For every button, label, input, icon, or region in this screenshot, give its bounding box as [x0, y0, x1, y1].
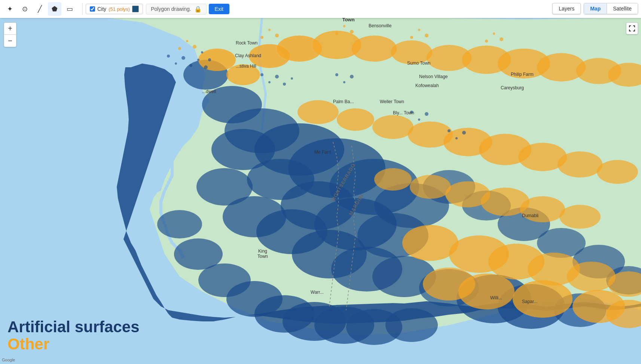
- svg-point-100: [186, 40, 188, 42]
- svg-point-44: [391, 40, 432, 64]
- svg-point-80: [189, 64, 192, 67]
- svg-point-79: [181, 56, 185, 60]
- svg-point-64: [520, 196, 565, 222]
- svg-point-43: [352, 36, 397, 62]
- svg-point-73: [458, 274, 515, 309]
- svg-point-111: [485, 40, 488, 43]
- svg-point-88: [283, 83, 286, 86]
- svg-point-74: [513, 280, 573, 318]
- svg-point-91: [343, 81, 345, 83]
- map-type-map-button[interactable]: Map: [584, 3, 607, 14]
- lock-icon: 🔒: [194, 6, 202, 13]
- svg-point-85: [260, 73, 263, 76]
- svg-point-81: [197, 59, 199, 61]
- svg-point-84: [201, 51, 203, 53]
- svg-point-97: [455, 137, 458, 139]
- zoom-controls: + −: [4, 22, 16, 47]
- zoom-out-button[interactable]: −: [4, 35, 16, 47]
- svg-point-101: [193, 45, 196, 49]
- svg-point-87: [275, 75, 279, 78]
- svg-point-29: [157, 210, 202, 238]
- exit-button[interactable]: Exit: [209, 4, 229, 14]
- drawing-mode-label: Polygon drawing.: [151, 6, 191, 12]
- svg-point-112: [493, 33, 495, 35]
- rectangle-tool-btn[interactable]: ▭: [63, 2, 76, 16]
- svg-point-78: [175, 62, 177, 65]
- layers-button[interactable]: Layers: [552, 3, 581, 14]
- fullscreen-icon: [629, 25, 635, 32]
- svg-point-98: [462, 131, 466, 135]
- svg-point-39: [226, 64, 260, 85]
- toolbar: ✦ ⊙ ╱ ⬟ ▭ City (51 polys) Polygon drawin…: [0, 0, 641, 18]
- svg-point-94: [418, 118, 420, 121]
- svg-point-108: [410, 36, 413, 39]
- layer-name: City: [97, 6, 106, 12]
- svg-point-86: [268, 81, 271, 83]
- svg-point-93: [410, 111, 413, 114]
- polygon-tool-btn[interactable]: ⬟: [48, 2, 61, 16]
- legend-artificial: Artificial surfaces: [7, 318, 140, 336]
- layer-checkbox[interactable]: [90, 6, 95, 12]
- svg-point-12: [211, 129, 275, 170]
- fullscreen-button[interactable]: [626, 22, 638, 34]
- map-svg: [0, 0, 641, 364]
- svg-point-51: [297, 100, 339, 124]
- svg-point-96: [448, 129, 451, 132]
- svg-point-89: [291, 77, 293, 80]
- legend-other: Other: [7, 336, 140, 353]
- drawing-mode: Polygon drawing. 🔒: [146, 4, 206, 15]
- svg-point-109: [418, 29, 420, 31]
- google-watermark: Google: [2, 358, 15, 362]
- top-right-controls: Layers Map Satellite: [552, 3, 638, 14]
- svg-point-65: [559, 205, 601, 229]
- svg-point-70: [567, 262, 616, 291]
- svg-point-102: [260, 36, 263, 39]
- svg-point-83: [208, 58, 211, 61]
- map-type-satellite-button[interactable]: Satellite: [607, 3, 638, 14]
- line-tool-btn[interactable]: ╱: [33, 2, 46, 16]
- svg-point-61: [410, 175, 451, 199]
- svg-point-82: [204, 65, 208, 69]
- point-tool-btn[interactable]: ⊙: [18, 2, 31, 16]
- poly-count: (51 polys): [109, 6, 130, 12]
- svg-point-92: [350, 75, 354, 78]
- svg-point-38: [198, 49, 236, 71]
- svg-point-104: [275, 34, 279, 37]
- svg-point-60: [374, 168, 412, 191]
- map-container: ✦ ⊙ ╱ ⬟ ▭ City (51 polys) Polygon drawin…: [0, 0, 641, 364]
- svg-point-77: [167, 55, 170, 58]
- svg-point-106: [343, 25, 345, 27]
- svg-point-95: [425, 112, 428, 116]
- svg-point-99: [178, 47, 181, 50]
- map-type-group: Map Satellite: [584, 3, 638, 14]
- svg-point-58: [558, 151, 602, 178]
- svg-point-110: [425, 34, 428, 37]
- svg-point-113: [500, 37, 503, 41]
- svg-point-105: [335, 32, 338, 35]
- layer-badge: City (51 polys): [86, 4, 143, 14]
- tool-group: ✦ ⊙ ╱ ⬟ ▭: [3, 2, 76, 16]
- svg-point-107: [350, 30, 354, 34]
- svg-point-90: [335, 73, 338, 76]
- svg-point-59: [597, 160, 638, 184]
- svg-point-37: [385, 308, 438, 342]
- zoom-in-button[interactable]: +: [4, 23, 16, 35]
- pointer-tool-btn[interactable]: ✦: [3, 2, 16, 16]
- svg-point-53: [372, 115, 413, 139]
- svg-point-52: [337, 108, 374, 131]
- color-swatch[interactable]: [132, 6, 139, 12]
- svg-point-103: [268, 29, 271, 31]
- legend: Artificial surfaces Other: [7, 318, 140, 353]
